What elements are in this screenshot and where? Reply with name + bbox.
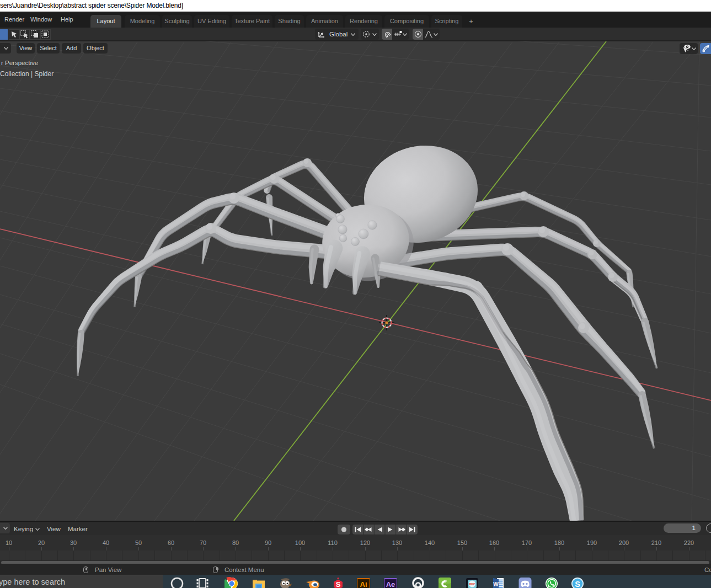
svg-text:S: S: [336, 580, 341, 588]
svg-text:W: W: [493, 581, 499, 587]
svg-text:REC: REC: [469, 582, 475, 586]
svg-text:S: S: [575, 580, 580, 588]
